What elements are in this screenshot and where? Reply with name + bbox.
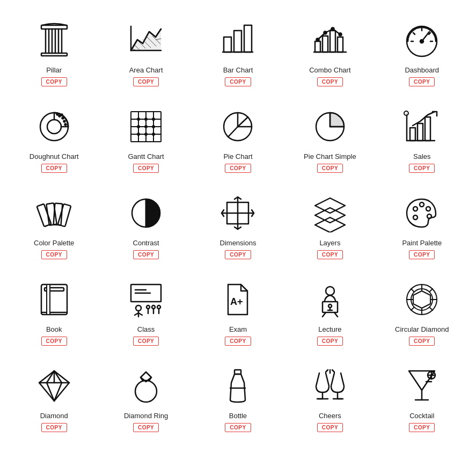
icon-cell-combo-chart: Combo Chart COPY (287, 11, 373, 92)
icon-cell-book: Book COPY (11, 270, 97, 351)
pillar-copy-button[interactable]: COPY (41, 77, 67, 86)
pillar-label: Pillar (46, 66, 62, 74)
svg-point-44 (63, 121, 65, 122)
svg-rect-24 (330, 31, 335, 52)
exam-copy-button[interactable]: COPY (225, 337, 251, 346)
svg-point-64 (152, 133, 155, 135)
paint-palette-icon (400, 192, 443, 235)
icon-cell-paint-palette: Paint Palette COPY (379, 184, 465, 265)
bar-chart-copy-button[interactable]: COPY (225, 77, 251, 86)
gantt-chart-label: Gantt Chart (128, 152, 164, 160)
svg-marker-94 (315, 198, 345, 213)
color-palette-label: Color Palette (34, 239, 74, 247)
svg-point-128 (411, 289, 433, 310)
svg-rect-77 (425, 117, 430, 141)
icon-cell-gantt-chart: Gantt Chart COPY (102, 97, 189, 178)
circular-diamond-copy-button[interactable]: COPY (409, 337, 435, 346)
pie-chart-copy-button[interactable]: COPY (225, 164, 251, 173)
diamond-ring-icon (125, 364, 167, 407)
dimensions-icon (216, 192, 259, 235)
lecture-copy-button[interactable]: COPY (317, 337, 343, 346)
icon-cell-dashboard: Dashboard COPY (379, 11, 465, 92)
svg-point-46 (58, 115, 60, 117)
svg-text:A+: A+ (230, 296, 243, 307)
sales-copy-button[interactable]: COPY (409, 164, 435, 173)
svg-point-28 (331, 28, 334, 31)
icon-cell-layers: Layers COPY (287, 184, 373, 265)
svg-rect-23 (323, 36, 328, 52)
diamond-icon (33, 364, 76, 407)
svg-point-86 (152, 210, 155, 212)
circular-diamond-label: Circular Diamond (395, 325, 449, 333)
dashboard-label: Dashboard (405, 66, 439, 74)
svg-point-45 (64, 124, 66, 126)
bottle-copy-button[interactable]: COPY (225, 423, 251, 432)
combo-chart-copy-button[interactable]: COPY (317, 77, 343, 86)
sales-icon: ① (400, 105, 443, 148)
svg-point-57 (145, 118, 147, 120)
svg-point-99 (426, 207, 430, 211)
cheers-icon (309, 364, 351, 407)
layers-icon (309, 192, 351, 235)
svg-point-29 (339, 33, 341, 36)
pie-chart-simple-copy-button[interactable]: COPY (317, 164, 343, 173)
pie-chart-simple-label: Pie Chart Simple (304, 152, 356, 160)
svg-point-33 (420, 40, 423, 43)
icon-cell-dimensions: Dimensions COPY (195, 184, 281, 265)
svg-rect-76 (418, 123, 423, 141)
icon-cell-pie-chart: Pie Chart COPY (195, 97, 281, 178)
svg-point-60 (145, 126, 147, 128)
layers-label: Layers (319, 239, 340, 247)
icon-cell-doughnut-chart: Doughnut Chart COPY (11, 97, 97, 178)
svg-line-143 (47, 383, 54, 401)
svg-line-135 (430, 289, 433, 291)
diamond-copy-button[interactable]: COPY (41, 423, 67, 432)
svg-point-100 (427, 214, 431, 218)
class-copy-button[interactable]: COPY (133, 337, 159, 346)
class-icon (125, 278, 167, 321)
svg-point-48 (56, 114, 58, 115)
dashboard-copy-button[interactable]: COPY (409, 77, 435, 86)
svg-marker-95 (315, 208, 345, 223)
icon-cell-cocktail: Cocktail COPY (379, 356, 465, 437)
pillar-icon (33, 19, 76, 62)
svg-rect-25 (338, 37, 343, 52)
svg-rect-105 (47, 284, 50, 315)
svg-point-88 (151, 218, 153, 221)
gantt-chart-copy-button[interactable]: COPY (133, 164, 159, 173)
svg-line-144 (54, 383, 62, 401)
svg-point-27 (324, 32, 326, 34)
svg-line-157 (326, 370, 328, 372)
contrast-copy-button[interactable]: COPY (133, 250, 159, 259)
icon-cell-bar-chart: Bar Chart COPY (195, 11, 281, 92)
svg-line-133 (411, 289, 414, 291)
svg-line-68 (228, 127, 238, 137)
layers-copy-button[interactable]: COPY (317, 250, 343, 259)
dimensions-copy-button[interactable]: COPY (225, 250, 251, 259)
svg-marker-141 (413, 291, 430, 308)
cocktail-icon (400, 364, 443, 407)
svg-line-159 (332, 370, 334, 372)
cheers-copy-button[interactable]: COPY (317, 423, 343, 432)
doughnut-chart-icon (33, 105, 76, 148)
diamond-ring-copy-button[interactable]: COPY (133, 423, 159, 432)
icon-cell-sales: ① Sales COPY (379, 97, 465, 178)
cocktail-copy-button[interactable]: COPY (409, 423, 435, 432)
book-label: Book (46, 325, 62, 333)
paint-palette-copy-button[interactable]: COPY (409, 250, 435, 259)
doughnut-chart-copy-button[interactable]: COPY (41, 164, 67, 173)
svg-rect-22 (315, 41, 320, 52)
area-chart-icon (125, 19, 167, 62)
svg-point-97 (413, 207, 418, 211)
area-chart-copy-button[interactable]: COPY (133, 77, 159, 86)
book-icon (33, 278, 76, 321)
color-palette-copy-button[interactable]: COPY (41, 250, 67, 259)
svg-point-62 (137, 133, 140, 135)
contrast-icon (125, 192, 167, 235)
svg-point-85 (149, 206, 151, 208)
svg-point-40 (47, 120, 61, 134)
svg-rect-75 (410, 128, 415, 141)
svg-line-134 (430, 308, 433, 310)
book-copy-button[interactable]: COPY (41, 337, 67, 346)
svg-point-59 (137, 126, 140, 128)
